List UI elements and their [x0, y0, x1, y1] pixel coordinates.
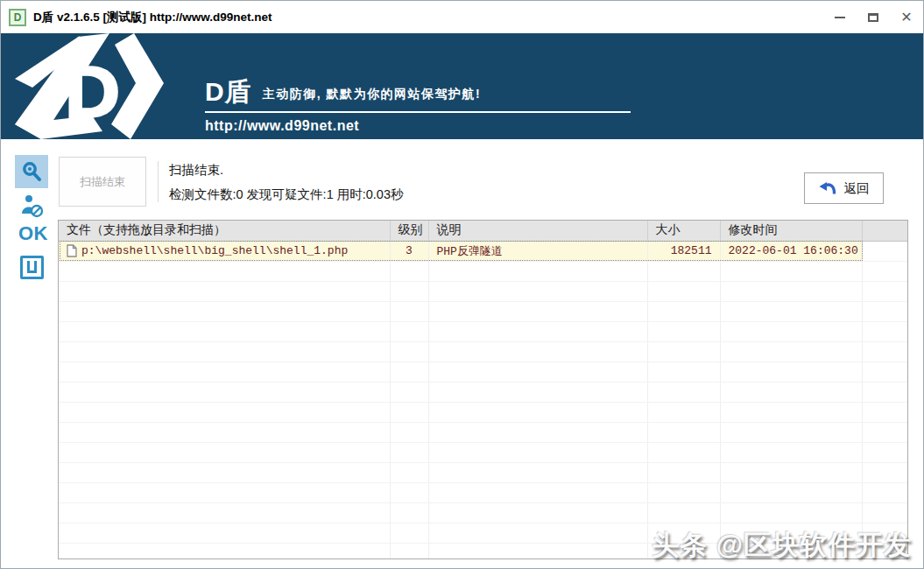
brand-area: D盾 主动防御, 默默为你的网站保驾护航! http://www.d99net.… — [205, 79, 631, 134]
file-icon — [67, 244, 77, 257]
app-window: D D盾 v2.1.6.5 [测试版] http://www.d99net.ne… — [0, 0, 924, 569]
header-banner: D D盾 主动防御, 默默为你的网站保驾护航! http://www.d99ne… — [1, 33, 923, 139]
column-header-description[interactable]: 说明 — [428, 221, 647, 241]
scan-finished-button[interactable]: 扫描结束 — [59, 157, 146, 207]
column-header-modified[interactable]: 修改时间 — [720, 221, 862, 241]
brand-name: D盾 — [205, 79, 252, 105]
table-row-empty — [59, 341, 907, 362]
title-bar: D D盾 v2.1.6.5 [测试版] http://www.d99net.ne… — [1, 1, 923, 33]
table-row-empty — [59, 523, 907, 543]
table-row-empty — [59, 321, 907, 341]
window-controls: ✕ — [823, 1, 923, 33]
table-row-empty — [59, 482, 907, 502]
table-row-empty — [59, 362, 907, 382]
close-icon: ✕ — [900, 11, 912, 25]
minimize-icon — [835, 17, 845, 18]
box-u-icon — [27, 261, 37, 273]
cell-file[interactable]: p:\webshell\shell\big_shell\shell_1.php — [59, 241, 390, 261]
sidebar-item-box[interactable] — [20, 256, 44, 279]
svg-text:D: D — [62, 52, 122, 135]
maximize-icon — [868, 13, 878, 22]
toolbar-divider — [158, 161, 159, 202]
table-row[interactable]: p:\webshell\shell\big_shell\shell_1.php … — [59, 241, 907, 261]
scan-results-table: 文件（支持拖放目录和扫描） 级别 说明 大小 修改时间 — [58, 220, 908, 559]
brand-divider — [205, 111, 631, 113]
table-row-empty — [59, 261, 907, 281]
column-header-level[interactable]: 级别 — [390, 221, 428, 241]
sidebar-item-ok[interactable]: OK — [18, 222, 48, 245]
cell-file-path: p:\webshell\shell\big_shell\shell_1.php — [81, 244, 348, 257]
table-row-empty — [59, 502, 907, 523]
minimize-button[interactable] — [823, 1, 857, 33]
table-header-row: 文件（支持拖放目录和扫描） 级别 说明 大小 修改时间 — [59, 221, 907, 241]
search-icon — [20, 160, 43, 183]
table-row-empty — [59, 442, 907, 462]
cell-extra — [862, 241, 907, 261]
table-row-empty — [59, 382, 907, 402]
undo-arrow-icon — [819, 181, 836, 196]
table-row-empty — [59, 301, 907, 321]
table-row-empty — [59, 543, 907, 559]
column-header-size[interactable]: 大小 — [647, 221, 720, 241]
sidebar-item-isolate[interactable] — [19, 193, 44, 221]
brand-row: D盾 主动防御, 默默为你的网站保驾护航! — [205, 79, 631, 105]
app-logo-icon: D — [9, 9, 26, 26]
back-button[interactable]: 返回 — [804, 172, 884, 204]
brand-slogan: 主动防御, 默默为你的网站保驾护航! — [263, 87, 481, 105]
window-title: D盾 v2.1.6.5 [测试版] http://www.d99net.net — [33, 10, 272, 25]
cell-modified[interactable]: 2022-06-01 16:06:30 — [720, 241, 862, 261]
scan-table-body: p:\webshell\shell\big_shell\shell_1.php … — [59, 241, 907, 559]
maximize-button[interactable] — [857, 1, 890, 33]
table-row-empty — [59, 402, 907, 422]
sidebar-item-scan[interactable] — [15, 155, 48, 188]
table-row-empty — [59, 462, 907, 482]
cell-level[interactable]: 3 — [390, 241, 428, 261]
table-row-empty — [59, 281, 907, 301]
dshield-logo: D — [3, 33, 208, 139]
table-row-empty — [59, 422, 907, 442]
scan-status-line1: 扫描结束. — [169, 162, 223, 179]
back-button-label: 返回 — [844, 180, 870, 197]
cell-description[interactable]: PHP反弹隧道 — [428, 241, 647, 261]
scan-status-line2: 检测文件数:0 发现可疑文件:1 用时:0.03秒 — [169, 186, 404, 203]
cell-size[interactable]: 182511 — [647, 241, 720, 261]
column-header-file[interactable]: 文件（支持拖放目录和扫描） — [59, 221, 390, 241]
column-header-extra — [862, 221, 907, 241]
close-button[interactable]: ✕ — [890, 1, 923, 33]
person-block-icon — [19, 193, 44, 218]
brand-url: http://www.d99net.net — [205, 118, 631, 134]
